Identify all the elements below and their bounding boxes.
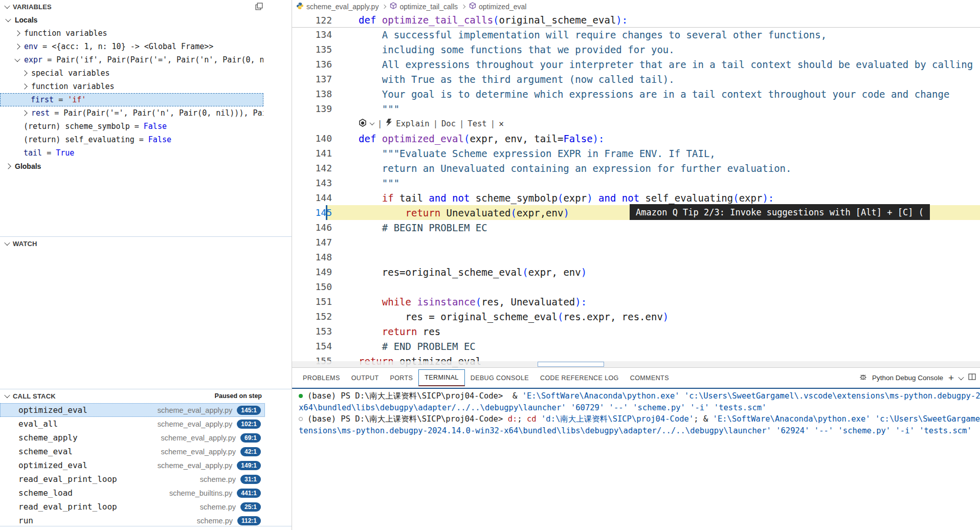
gutter: 148 — [292, 252, 359, 262]
tab-output[interactable]: OUTPUT — [346, 370, 385, 386]
console-selector[interactable]: Python Debug Console — [872, 374, 943, 382]
doc-action[interactable]: Doc — [441, 119, 456, 128]
gutter: 136 — [292, 59, 359, 70]
stack-frame[interactable]: read_eval_print_loopscheme.py31:1 — [0, 472, 265, 486]
stack-frame[interactable]: optimized_evalscheme_eval_apply.py149:1 — [0, 458, 265, 472]
code-token: False — [563, 133, 592, 144]
variable-row[interactable]: env = <{acc: 1, n: 10} -> <Global Frame>… — [0, 40, 263, 53]
code-token: res=original_scheme_eval — [382, 267, 523, 278]
stack-frame[interactable]: optimized_evalscheme_eval_apply.py145:1 — [0, 403, 265, 417]
frame-name: optimized_eval — [18, 460, 158, 470]
variable-row[interactable]: Globals — [0, 160, 263, 173]
code-line[interactable]: ▷145 return Unevaluated(expr,env)Amazon … — [292, 205, 980, 220]
code-line[interactable]: 150 — [292, 279, 980, 294]
code-line[interactable]: 140def optimized_eval(expr, env, tail=Fa… — [292, 131, 980, 146]
code-line[interactable]: 135 including some functions that we pro… — [292, 42, 980, 57]
code-token: res.expr, res.env — [563, 311, 662, 322]
sticky-code: def optimize_tail_calls(original_scheme_… — [359, 14, 628, 26]
horizontal-scrollbar[interactable] — [292, 361, 980, 367]
code-line[interactable]: 138 Your goal is to determine which expr… — [292, 86, 980, 101]
code-line[interactable]: 154 # END PROBLEM EC — [292, 339, 980, 354]
terminal-text: 'c:\Users\SweetGargamel\.vsco — [875, 414, 980, 424]
stack-frame[interactable]: scheme_loadscheme_builtins.py441:1 — [0, 486, 265, 500]
code-line[interactable]: 144 if tail and not scheme_symbolp(expr)… — [292, 190, 980, 205]
tab-comments[interactable]: COMMENTS — [625, 370, 675, 386]
code-token: def — [359, 14, 382, 26]
variable-row[interactable]: (return) self_evaluating = False — [0, 133, 263, 146]
call-stack-section-header[interactable]: CALL STACK Paused on step — [0, 389, 292, 403]
collapse-all-icon[interactable] — [255, 3, 263, 12]
code-line[interactable]: 139 """ — [292, 101, 980, 116]
gutter: 152 — [292, 311, 359, 322]
code-line[interactable]: 153 return res — [292, 324, 980, 339]
variable-row[interactable]: Locals — [0, 13, 263, 27]
line-number: 137 — [298, 74, 332, 84]
tab-ports[interactable]: PORTS — [384, 370, 418, 386]
variable-row[interactable]: expr = Pair('if', Pair(Pair('=', Pair('n… — [0, 53, 263, 67]
variable-row[interactable]: first = 'if' — [0, 93, 263, 106]
line-number: 136 — [298, 59, 332, 70]
chevron-down-icon — [4, 240, 10, 246]
tab-problems[interactable]: PROBLEMS — [297, 370, 346, 386]
split-panel-icon[interactable] — [968, 373, 976, 383]
watch-section-header[interactable]: WATCH — [0, 237, 292, 250]
code-line[interactable]: 148 — [292, 250, 980, 264]
variable-row[interactable]: function variables — [0, 80, 263, 93]
breadcrumb-file[interactable]: scheme_eval_apply.py — [296, 2, 378, 11]
variable-row[interactable]: function variables — [0, 27, 263, 40]
terminal-line: x64\bundled\libs\debugpy\adapter/../..\d… — [292, 402, 980, 414]
tab-debug-console[interactable]: DEBUG CONSOLE — [465, 370, 534, 386]
line-number: 146 — [298, 222, 332, 233]
variables-section-header[interactable]: VARIABLES — [0, 0, 292, 13]
stack-frame[interactable]: scheme_applyscheme_eval_apply.py69:1 — [0, 431, 265, 445]
code-token: original_scheme_eval — [499, 14, 616, 26]
gutter: 139 — [292, 103, 359, 114]
code-line[interactable]: 142 return an Unevaluated containing an … — [292, 161, 980, 175]
stack-frame[interactable]: runscheme.py112:1 — [0, 514, 265, 527]
breadcrumb-symbol[interactable]: optimized_eval — [469, 2, 526, 11]
variable-row[interactable]: (return) scheme_symbolp = False — [0, 120, 263, 133]
tab-code-reference-log[interactable]: CODE REFERENCE LOG — [534, 370, 625, 386]
code-line[interactable]: 146 # BEGIN PROBLEM EC — [292, 220, 980, 235]
explain-action[interactable]: Explain — [396, 119, 429, 128]
sticky-scroll-line[interactable]: 122 def optimize_tail_calls(original_sch… — [292, 13, 980, 28]
line-number: 143 — [298, 178, 332, 188]
test-action[interactable]: Test — [467, 119, 486, 128]
scrollbar-thumb[interactable] — [538, 362, 604, 367]
variable-row[interactable]: tail = True — [0, 146, 263, 160]
line-number: 151 — [298, 296, 332, 307]
code-line[interactable]: 141 """Evaluate Scheme expression EXPR i… — [292, 146, 980, 161]
variable-row[interactable]: rest = Pair(Pair('=', Pair('n', Pair(0, … — [0, 106, 263, 120]
variables-rows: Localsfunction variablesenv = <{acc: 1, … — [0, 13, 263, 173]
codelens-row[interactable]: | Explain | Doc | Test | × — [292, 116, 980, 131]
code-line[interactable]: 151 while isinstance(res, Unevaluated): — [292, 294, 980, 309]
breadcrumb-symbol[interactable]: optimize_tail_calls — [390, 2, 458, 11]
code-line[interactable]: 137 with True as the third argument (now… — [292, 72, 980, 86]
code-text: return an Unevaluated containing an expr… — [359, 163, 792, 174]
code-line[interactable]: 152 res = original_scheme_eval(res.expr,… — [292, 309, 980, 324]
variable-text: = — [38, 42, 52, 51]
chevron-down-icon[interactable] — [370, 120, 375, 125]
chevron-down-icon[interactable] — [958, 374, 964, 380]
code-line[interactable]: 134 A successful implementation will req… — [292, 27, 980, 42]
breakpoints-section-header[interactable]: BREAKPOINTS — [0, 526, 292, 530]
variable-row[interactable]: special variables — [0, 67, 263, 80]
stack-frame[interactable]: read_eval_print_loopscheme.py25:1 — [0, 500, 265, 514]
terminal-text: 'E:\SoftWare\Anaconda\python.exe' — [713, 414, 871, 424]
code-line[interactable]: 136 All expressions throughout your inte… — [292, 57, 980, 72]
new-terminal-button[interactable]: + — [948, 373, 954, 383]
close-icon[interactable]: × — [499, 119, 504, 129]
code-text: A successful implementation will require… — [359, 29, 827, 40]
stack-frame[interactable]: eval_allscheme_eval_apply.py102:1 — [0, 417, 265, 431]
python-file-icon — [296, 2, 304, 11]
amazon-q-icon[interactable] — [359, 119, 367, 129]
code-line[interactable]: 143 """ — [292, 175, 980, 190]
stack-frame[interactable]: scheme_evalscheme_eval_apply.py42:1 — [0, 445, 265, 458]
code-editor[interactable]: scheme_eval_apply.py optimize_tail_calls… — [292, 0, 980, 367]
frame-file: scheme.py — [200, 503, 236, 511]
tab-terminal[interactable]: TERMINAL — [418, 369, 464, 386]
code-line[interactable]: 147 — [292, 235, 980, 250]
terminal-output[interactable]: (base) PS D:\南大上课资料\SICP\proj04-Code> & … — [292, 390, 980, 530]
code-lines[interactable]: 134 A successful implementation will req… — [292, 27, 980, 367]
code-line[interactable]: 149 res=original_scheme_eval(expr, env) — [292, 264, 980, 279]
